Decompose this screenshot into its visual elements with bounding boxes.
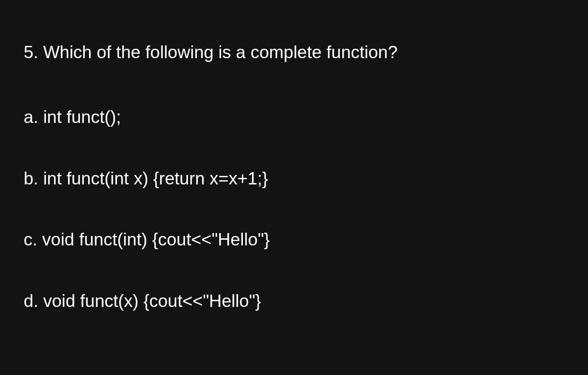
- question-text: 5. Which of the following is a complete …: [24, 40, 564, 65]
- option-a: a. int funct();: [24, 105, 564, 130]
- option-d: d. void funct(x) {cout<<"Hello"}: [24, 289, 564, 314]
- option-c: c. void funct(int) {cout<<"Hello"}: [24, 227, 564, 252]
- option-b: b. int funct(int x) {return x=x+1;}: [24, 166, 564, 191]
